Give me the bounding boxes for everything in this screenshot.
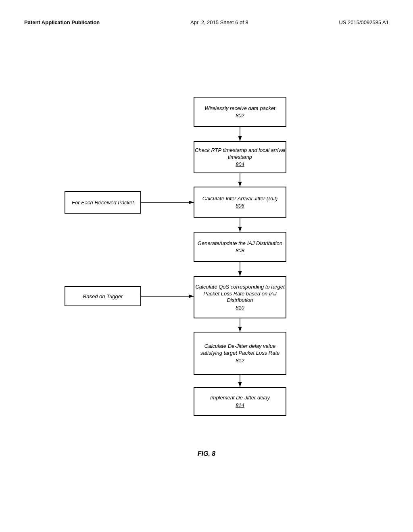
box-812-title: Calculate De-Jitter delay value satisfyi… (194, 343, 286, 357)
label-based-on-trigger: Based on Trigger (65, 286, 141, 306)
label-for-each-received-packet: For Each Received Packet (65, 191, 141, 214)
box-810-title: Calculate QoS corresponding to target Pa… (194, 284, 286, 304)
page: Patent Application Publication Apr. 2, 2… (0, 0, 413, 532)
label-trigger-text: Based on Trigger (83, 293, 123, 299)
box-812: Calculate De-Jitter delay value satisfyi… (194, 332, 286, 375)
box-802-title: Wirelessly receive data packet (204, 105, 275, 112)
label-for-each-text: For Each Received Packet (72, 200, 134, 206)
box-808: Generate/update the IAJ Distribution 808 (194, 232, 286, 262)
figure-caption-text: FIG. 8 (198, 450, 215, 457)
figure-caption: FIG. 8 (0, 450, 413, 457)
box-814-num: 814 (236, 402, 244, 408)
box-814-title: Implement De-Jitter delay (210, 395, 270, 401)
header-right: US 2015/0092585 A1 (339, 19, 389, 25)
box-806-title: Calculate Inter Arrival Jitter (IAJ) (202, 195, 278, 202)
header-left: Patent Application Publication (24, 19, 100, 25)
box-804: Check RTP timestamp and local arrival ti… (194, 141, 286, 173)
box-808-title: Generate/update the IAJ Distribution (198, 240, 282, 247)
box-808-num: 808 (236, 247, 244, 254)
box-804-title: Check RTP timestamp and local arrival ti… (194, 147, 286, 161)
box-810-num: 810 (236, 305, 244, 311)
box-802-num: 802 (236, 112, 244, 118)
flowchart: Wirelessly receive data packet 802 Check… (24, 89, 389, 451)
box-806: Calculate Inter Arrival Jitter (IAJ) 806 (194, 187, 286, 218)
box-810: Calculate QoS corresponding to target Pa… (194, 276, 286, 318)
box-806-num: 806 (236, 203, 244, 209)
page-header: Patent Application Publication Apr. 2, 2… (0, 19, 413, 25)
header-center: Apr. 2, 2015 Sheet 6 of 8 (190, 19, 248, 25)
box-802: Wirelessly receive data packet 802 (194, 97, 286, 127)
box-812-num: 812 (236, 357, 244, 364)
box-814: Implement De-Jitter delay 814 (194, 387, 286, 416)
box-804-num: 804 (236, 161, 244, 167)
